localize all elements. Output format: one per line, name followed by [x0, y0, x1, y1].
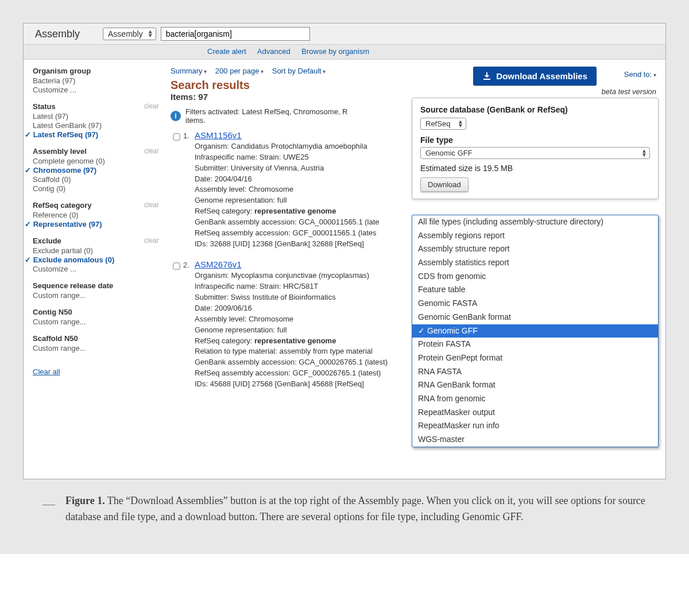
- facet-item[interactable]: Bacteria (97): [33, 76, 159, 85]
- file-type-option[interactable]: Protein FASTA: [412, 338, 658, 351]
- main-area: Organism group Bacteria (97) Customize .…: [24, 60, 665, 479]
- advanced-link[interactable]: Advanced: [257, 47, 291, 56]
- figure-container: Assembly Assembly ▲▼ Create alert Advanc…: [0, 0, 689, 554]
- download-button[interactable]: Download: [420, 177, 469, 192]
- facet-clear[interactable]: clear: [144, 237, 159, 245]
- file-type-option[interactable]: Assembly structure report: [412, 242, 658, 256]
- estimated-size: Estimated size is 19.5 MB: [420, 164, 650, 173]
- file-type-option[interactable]: Genomic GFF: [412, 324, 658, 338]
- info-icon: i: [171, 111, 181, 121]
- facet-assembly-level: Assembly level clear Complete genome (0)…: [33, 147, 159, 193]
- source-db-select[interactable]: RefSeq ▲▼: [420, 118, 466, 130]
- source-db-label: Source database (GenBank or RefSeq): [420, 105, 650, 114]
- file-type-dropdown[interactable]: All file types (including assembly-struc…: [412, 215, 659, 447]
- beta-label: beta test version: [602, 87, 656, 96]
- facet-scaffold-n50: Scaffold N50 Custom range...: [33, 334, 159, 352]
- stepper-icon: ▲▼: [641, 149, 647, 157]
- file-type-select[interactable]: Genomic GFF ▲▼: [420, 147, 650, 159]
- file-type-option[interactable]: Genomic GenBank format: [412, 311, 658, 324]
- file-type-option[interactable]: WGS-master: [412, 433, 658, 447]
- file-type-option[interactable]: Protein GenPept format: [412, 351, 658, 365]
- caption-dash-icon: —: [42, 494, 55, 525]
- figure-caption: — Figure 1. The “Download Assemblies” bu…: [23, 479, 666, 531]
- facet-clear[interactable]: clear: [144, 102, 159, 110]
- file-type-option[interactable]: RNA FASTA: [412, 365, 658, 379]
- result-index: 1.: [183, 130, 195, 140]
- result-index: 2.: [183, 259, 195, 269]
- facet-contig-n50: Contig N50 Custom range...: [33, 308, 159, 326]
- file-type-option[interactable]: RepeatMasker output: [412, 406, 658, 420]
- facet-item-selected[interactable]: Latest RefSeq (97): [33, 130, 159, 139]
- result-checkbox[interactable]: [173, 263, 180, 270]
- file-type-option[interactable]: All file types (including assembly-struc…: [412, 215, 658, 229]
- file-type-label: File type: [420, 135, 650, 145]
- download-panel: Source database (GenBank or RefSeq) RefS…: [412, 98, 659, 199]
- database-select[interactable]: Assembly ▲▼: [103, 28, 156, 40]
- create-alert-link[interactable]: Create alert: [207, 47, 246, 56]
- download-assemblies-button[interactable]: Download Assemblies: [473, 67, 597, 86]
- display-format[interactable]: Summary: [171, 67, 207, 75]
- file-type-option[interactable]: Feature table: [412, 283, 658, 297]
- browse-link[interactable]: Browse by organism: [301, 47, 369, 56]
- file-type-option[interactable]: RNA GenBank format: [412, 378, 658, 392]
- sort-by[interactable]: Sort by Default: [272, 67, 326, 75]
- facet-seq-release: Sequence release date Custom range...: [33, 281, 159, 300]
- stepper-icon: ▲▼: [458, 119, 463, 127]
- search-links-bar: Create alert Advanced Browse by organism: [24, 45, 665, 60]
- send-to-menu[interactable]: Send to:: [624, 70, 656, 79]
- facet-clear[interactable]: clear: [144, 201, 159, 209]
- file-type-option[interactable]: Genomic FASTA: [412, 297, 658, 311]
- file-type-option[interactable]: CDS from genomic: [412, 270, 658, 284]
- facet-refseq-category: RefSeq category clear Reference (0) Repr…: [33, 201, 159, 228]
- clear-all-link[interactable]: Clear all: [33, 367, 60, 376]
- search-input[interactable]: [161, 27, 310, 41]
- stepper-icon: ▲▼: [148, 29, 153, 37]
- page-title: Assembly: [35, 28, 80, 40]
- facet-exclude: Exclude clear Exclude partial (0) Exclud…: [33, 237, 159, 273]
- search-bar: Assembly Assembly ▲▼: [24, 24, 665, 45]
- file-type-option[interactable]: Assembly regions report: [412, 229, 658, 243]
- facet-clear[interactable]: clear: [144, 147, 159, 155]
- filter-sidebar: Organism group Bacteria (97) Customize .…: [33, 67, 159, 472]
- app-frame: Assembly Assembly ▲▼ Create alert Advanc…: [23, 23, 666, 479]
- file-type-option[interactable]: RepeatMasker run info: [412, 419, 658, 433]
- result-checkbox[interactable]: [173, 133, 180, 140]
- facet-status: Status clear Latest (97) Latest GenBank …: [33, 102, 159, 139]
- facet-customize[interactable]: Customize ...: [33, 86, 159, 94]
- file-type-option[interactable]: Assembly statistics report: [412, 256, 658, 270]
- facet-organism: Organism group Bacteria (97) Customize .…: [33, 67, 159, 94]
- download-icon: [482, 72, 491, 81]
- file-type-option[interactable]: RNA from genomic: [412, 392, 658, 406]
- per-page[interactable]: 200 per page: [215, 67, 264, 75]
